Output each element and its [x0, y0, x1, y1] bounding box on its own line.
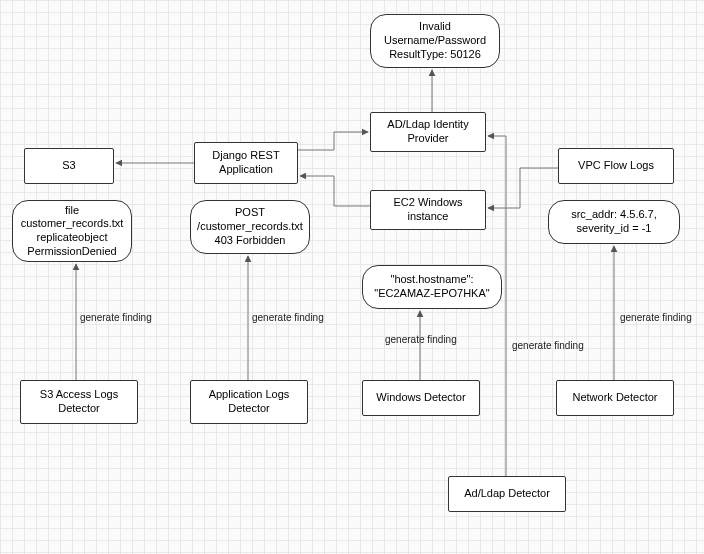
network-detector: Network Detector [556, 380, 674, 416]
django-rest-box: Django REST Application [194, 142, 298, 184]
gen-finding-label-4: generate finding [512, 340, 584, 351]
post-forbidden-note: POST /customer_records.txt 403 Forbidden [190, 200, 310, 254]
file-permission-note: file customer_records.txt replicateobjec… [12, 200, 132, 262]
s3-box: S3 [24, 148, 114, 184]
windows-detector: Windows Detector [362, 380, 480, 416]
application-logs-detector: Application Logs Detector [190, 380, 308, 424]
adldap-provider-box: AD/Ldap Identity Provider [370, 112, 486, 152]
gen-finding-label-2: generate finding [252, 312, 324, 323]
host-hostname-note: "host.hostname": "EC2AMAZ-EPO7HKA" [362, 265, 502, 309]
adldap-detector: Ad/Ldap Detector [448, 476, 566, 512]
src-addr-note: src_addr: 4.5.6.7, severity_id = -1 [548, 200, 680, 244]
gen-finding-label-5: generate finding [620, 312, 692, 323]
s3-access-logs-detector: S3 Access Logs Detector [20, 380, 138, 424]
arrow-layer [0, 0, 704, 554]
invalid-creds-note: Invalid Username/Password ResultType: 50… [370, 14, 500, 68]
ec2-windows-box: EC2 Windows instance [370, 190, 486, 230]
gen-finding-label-3: generate finding [385, 334, 457, 345]
vpc-flow-logs-box: VPC Flow Logs [558, 148, 674, 184]
gen-finding-label-1: generate finding [80, 312, 152, 323]
